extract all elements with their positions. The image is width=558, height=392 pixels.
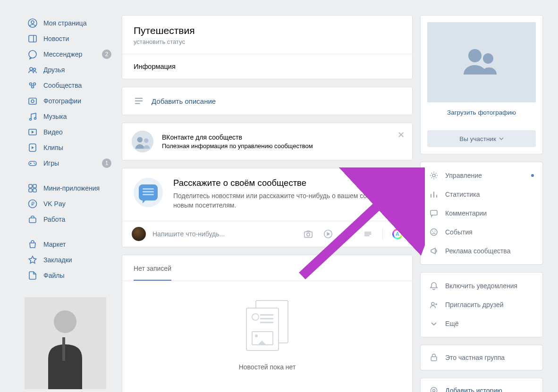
nav-item-news[interactable]: Новости [25,31,114,46]
add-description-card[interactable]: Добавить описание [122,87,413,115]
group-header-card: Путешествия установить статус Информация [122,15,413,79]
left-promo[interactable]: Приглашаю в закрытый [25,297,106,392]
compose-input[interactable]: Напишите что-нибудь... [152,230,296,238]
add-story-card[interactable]: Добавить историю [420,378,543,392]
svg-point-6 [132,131,153,152]
compose-row[interactable]: Напишите что-нибудь... A [122,221,412,247]
nav-item-photos[interactable]: Фотографии [25,93,114,108]
groups-icon [27,80,38,91]
work-icon [27,214,38,225]
rmenu-item-more[interactable]: Ещё [421,314,542,333]
tell-about-card: Расскажите о своём сообществе Поделитесь… [122,168,413,247]
nav-item-friends[interactable]: Друзья [25,62,114,77]
nav-badge: 1 [102,158,111,168]
chevron-down-icon [499,136,504,141]
nav-label: Сообщества [43,82,82,89]
games-icon [27,158,38,168]
rmenu-item-bell[interactable]: Включить уведомления [421,276,542,295]
wall-empty-text: Новостей пока нет [239,363,296,371]
nav-item-clips[interactable]: Клипы [25,140,114,155]
rmenu-item-invite[interactable]: Пригласить друзей [421,295,542,314]
nav-item-profile[interactable]: Моя страница [25,15,114,31]
vkpay-icon [27,199,38,209]
rmenu-label: Ещё [445,320,459,327]
music-note-icon[interactable] [343,229,353,239]
nav-item-vkpay[interactable]: VK Pay [25,196,114,211]
nav-item-messenger[interactable]: Мессенджер2 [25,46,114,62]
video-icon [27,127,38,137]
nav-item-bookmarks[interactable]: Закладки [25,252,114,267]
gear-icon [429,171,439,180]
story-icon [429,386,439,392]
rmenu-label: Включить уведомления [445,282,517,290]
svg-point-1 [54,310,76,333]
bookmarks-icon [27,255,38,265]
close-icon[interactable]: ✕ [397,130,405,140]
nav-label: Мини-приложения [43,184,100,192]
svg-point-21 [433,390,435,392]
rmenu-item-gear[interactable]: Управление [421,166,542,185]
rmenu-label: Управление [445,172,482,179]
community-icon [132,131,153,152]
upload-photo-link[interactable]: Загрузить фотографию [427,102,536,118]
rmenu-item-event[interactable]: События [421,223,542,242]
svg-point-12 [345,235,347,237]
camera-icon[interactable] [303,229,313,239]
more-options-icon[interactable] [363,229,373,239]
rmenu-label: События [445,228,473,236]
add-description-link[interactable]: Добавить описание [152,97,216,105]
tell-subtitle: Поделитесь новостями или расскажите что-… [173,191,401,210]
profile-icon [27,18,38,28]
member-status-button[interactable]: Вы участник [427,130,536,147]
rmenu-label: Статистика [445,191,480,198]
poster-mode-icon[interactable]: A [392,229,403,239]
rmenu-item-comment[interactable]: Комментарии [421,204,542,223]
nav-item-groups[interactable]: Сообщества [25,77,114,93]
bell-icon [429,281,439,291]
clips-icon [27,142,38,153]
group-status-edit[interactable]: установить статус [134,38,401,45]
nav-item-miniapps[interactable]: Мини-приложения [25,180,114,196]
info-section-label[interactable]: Информация [122,54,412,79]
nav-label: Моя страница [43,19,86,27]
nav-label: Фотографии [43,97,81,105]
nav-label: Маркет [43,241,66,248]
speech-bubble-icon [134,178,163,207]
nav-item-files[interactable]: Файлы [25,267,114,283]
add-story-link[interactable]: Добавить историю [445,387,502,392]
nav-item-music[interactable]: Музыка [25,108,114,124]
nav-item-games[interactable]: Игры1 [25,155,114,171]
vk-groups-promo-card[interactable]: ВКонтакте для сообществ Полезная информа… [122,123,413,160]
main-column: Путешествия установить статус Информация… [122,15,413,392]
nav-item-work[interactable]: Работа [25,211,114,227]
svg-point-13 [349,234,351,236]
svg-point-8 [144,138,149,143]
nav-item-market[interactable]: Маркет [25,236,114,252]
news-icon [27,33,38,44]
miniapps-icon [27,183,38,193]
promo-subtitle: Полезная информация по управлению сообще… [162,142,313,150]
cover-placeholder[interactable] [427,22,536,102]
nav-label: Видео [43,128,63,136]
rmenu-item-stats[interactable]: Статистика [421,185,542,204]
nav-label: Файлы [43,272,64,279]
nav-label: VK Pay [43,200,66,208]
svg-point-18 [483,53,493,64]
ads-icon [429,246,439,256]
private-group-text: Это частная группа [445,354,505,361]
rmenu-item-ads[interactable]: Реклама сообщества [421,242,542,260]
svg-rect-2 [62,337,65,361]
event-icon [429,227,439,237]
comment-icon [429,209,439,218]
nav-label: Новости [43,35,69,42]
left-sidebar: Моя страницаНовостиМессенджер2ДрузьяСооб… [25,15,114,392]
invite-icon [429,300,439,309]
wall-tab-empty[interactable]: Нет записей [134,255,171,281]
private-group-card: Это частная группа [420,345,543,370]
rmenu-label: Комментарии [445,209,487,217]
svg-rect-19 [431,357,437,360]
nav-label: Друзья [43,66,65,74]
nav-item-video[interactable]: Видео [25,124,114,140]
right-column: Загрузить фотографию Вы участник Управле… [420,15,543,392]
video-play-icon[interactable] [323,229,333,239]
